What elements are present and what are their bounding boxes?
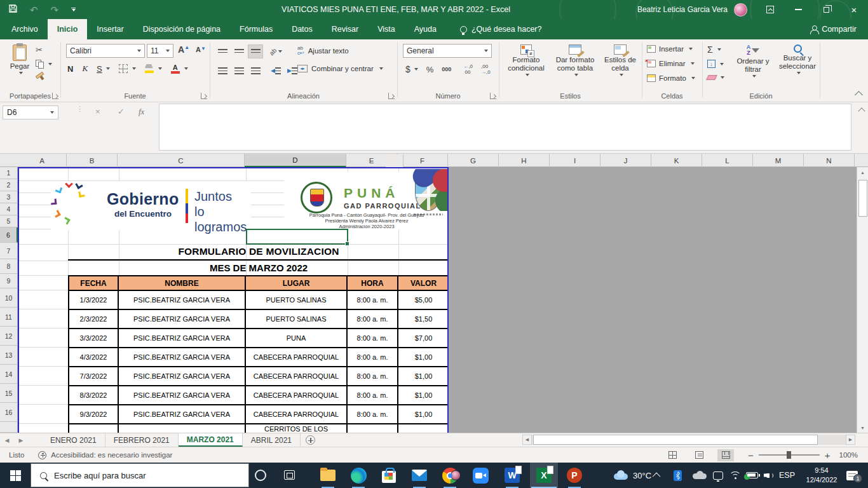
next-sheet-arrow[interactable]: ▶ — [14, 433, 28, 447]
tell-me-search[interactable]: ¿Qué desea hacer? — [460, 19, 542, 39]
column-header[interactable]: I — [550, 154, 600, 167]
underline-dropdown[interactable] — [106, 67, 110, 70]
start-button[interactable] — [0, 463, 31, 488]
tab-inicio[interactable]: Inicio — [48, 19, 88, 39]
row-header[interactable]: 8 — [0, 259, 18, 274]
row-header[interactable]: 13 — [0, 346, 18, 365]
tab-revisar[interactable]: Revisar — [322, 19, 368, 39]
confirm-entry-icon[interactable]: ✓ — [118, 107, 125, 116]
account-name[interactable]: Beatriz Leticia Garcia Vera — [637, 5, 728, 14]
format-as-table-button[interactable]: Dar formato como tabla — [552, 44, 599, 76]
tab-vista[interactable]: Vista — [368, 19, 405, 39]
clipboard-dialog-launcher[interactable] — [52, 93, 58, 99]
restore-button[interactable] — [812, 0, 840, 19]
format-painter-button[interactable] — [36, 74, 44, 77]
taskbar-chrome[interactable] — [436, 463, 464, 488]
column-header[interactable]: M — [753, 154, 804, 167]
align-center-button[interactable] — [231, 64, 247, 78]
zoom-out-button[interactable]: − — [748, 450, 754, 461]
tray-battery[interactable] — [746, 463, 758, 488]
close-button[interactable]: × — [840, 0, 868, 19]
scroll-right-arrow[interactable]: ▶ — [846, 435, 855, 445]
borders-button[interactable] — [119, 64, 136, 73]
ribbon-display-options-button[interactable] — [756, 0, 784, 19]
number-dialog-launcher[interactable] — [490, 93, 496, 99]
row-header[interactable]: 16 — [0, 403, 18, 422]
row-header[interactable]: 4 — [0, 203, 18, 215]
zoom-slider[interactable] — [759, 454, 820, 456]
wrap-text-button[interactable]: abc↩ Ajustar texto — [297, 46, 349, 56]
underline-button[interactable]: S — [97, 64, 102, 74]
tab-disposicion[interactable]: Disposición de página — [133, 19, 230, 39]
taskbar-search[interactable]: Escribe aquí para buscar — [31, 463, 249, 487]
header-nombre[interactable]: NOMBRE — [119, 276, 246, 290]
row-header[interactable]: 5 — [0, 215, 18, 227]
form-title[interactable]: FORMULARIO DE MOVILIZACION — [68, 244, 449, 261]
share-button[interactable]: Compartir — [810, 19, 857, 39]
tab-datos[interactable]: Datos — [282, 19, 322, 39]
row-header[interactable]: 14 — [0, 365, 18, 384]
italic-button[interactable]: K — [82, 64, 88, 74]
tray-clock[interactable]: 9:54 12/4/2022 — [802, 463, 841, 488]
horizontal-scroll-thumb[interactable] — [533, 435, 818, 445]
row-header[interactable]: 2 — [0, 179, 18, 191]
column-header[interactable]: G — [448, 154, 499, 167]
weather-widget[interactable]: 30°C — [613, 463, 651, 488]
column-header[interactable]: N — [804, 154, 855, 167]
row-header[interactable]: 12 — [0, 327, 18, 346]
task-view-button[interactable] — [284, 470, 295, 480]
row-header[interactable]: 11 — [0, 308, 18, 327]
header-valor[interactable]: VALOR — [398, 276, 449, 290]
increase-decimal-button[interactable]: ←,0 00 — [463, 64, 473, 75]
grow-font-button[interactable]: A▲ — [178, 44, 189, 55]
taskbar-powerpoint[interactable]: P — [560, 463, 588, 488]
column-header[interactable]: L — [702, 154, 753, 167]
column-header[interactable]: B — [67, 154, 118, 167]
bold-button[interactable]: N — [67, 64, 73, 74]
zoom-level[interactable]: 100% — [839, 451, 858, 459]
taskbar-zoom-app[interactable] — [466, 463, 494, 488]
header-hora[interactable]: HORA — [348, 276, 398, 290]
page-break-preview-button[interactable] — [717, 449, 734, 461]
insert-cells-button[interactable]: Insertar — [647, 45, 693, 53]
orientation-button[interactable]: ab — [268, 44, 283, 58]
scroll-down-arrow[interactable]: ▼ — [858, 423, 867, 433]
scroll-left-arrow[interactable]: ◀ — [522, 435, 532, 445]
zoom-slider-thumb[interactable] — [787, 451, 791, 459]
sheet-tab-abril[interactable]: ABRIL 2021 — [243, 433, 301, 447]
column-header[interactable]: A — [18, 154, 67, 167]
vertical-scrollbar[interactable]: ▲ ▼ — [857, 167, 868, 433]
tab-insertar[interactable]: Insertar — [87, 19, 133, 39]
redo-icon[interactable]: ↷ — [51, 5, 59, 15]
row-header[interactable]: 3 — [0, 191, 18, 203]
column-header[interactable]: K — [651, 154, 702, 167]
decrease-decimal-button[interactable]: ,00→,0 — [481, 64, 491, 75]
print-area-sheet[interactable]: Gobierno del Encuentro Juntoslo logramos… — [18, 167, 449, 433]
form-subtitle[interactable]: MES DE MARZO 2022 — [68, 261, 449, 275]
expand-formula-bar-icon[interactable] — [858, 107, 865, 114]
scroll-up-arrow[interactable]: ▲ — [858, 167, 867, 177]
taskbar-word[interactable]: W — [498, 463, 526, 488]
conditional-formatting-button[interactable]: ≠ Formato condicional — [503, 44, 549, 76]
column-header[interactable]: C — [118, 154, 245, 167]
find-select-button[interactable]: Buscar y seleccionar — [775, 44, 820, 74]
tray-onedrive[interactable] — [693, 463, 707, 488]
comma-style-button[interactable]: 000 — [442, 66, 451, 72]
paste-button[interactable]: Pegar — [5, 44, 34, 74]
tab-formulas[interactable]: Fórmulas — [230, 19, 282, 39]
zoom-in-button[interactable]: + — [825, 450, 831, 461]
percent-button[interactable]: % — [426, 65, 434, 74]
cortana-button[interactable] — [255, 470, 266, 481]
tray-bluetooth[interactable] — [674, 463, 682, 488]
fill-color-button[interactable] — [145, 64, 162, 73]
row-header-partial[interactable] — [0, 422, 18, 433]
undo-icon[interactable]: ↶ — [30, 5, 38, 15]
cancel-entry-icon[interactable]: × — [95, 107, 100, 116]
action-center-button[interactable]: 1 — [846, 463, 858, 488]
taskbar-file-explorer[interactable] — [314, 463, 342, 488]
cell-styles-button[interactable]: Estilos de celda — [601, 44, 639, 76]
autosum-button[interactable]: Σ — [707, 44, 721, 55]
row-header[interactable]: 15 — [0, 384, 18, 403]
tray-phone-link[interactable] — [713, 463, 723, 488]
header-lugar[interactable]: LUGAR — [246, 276, 348, 290]
